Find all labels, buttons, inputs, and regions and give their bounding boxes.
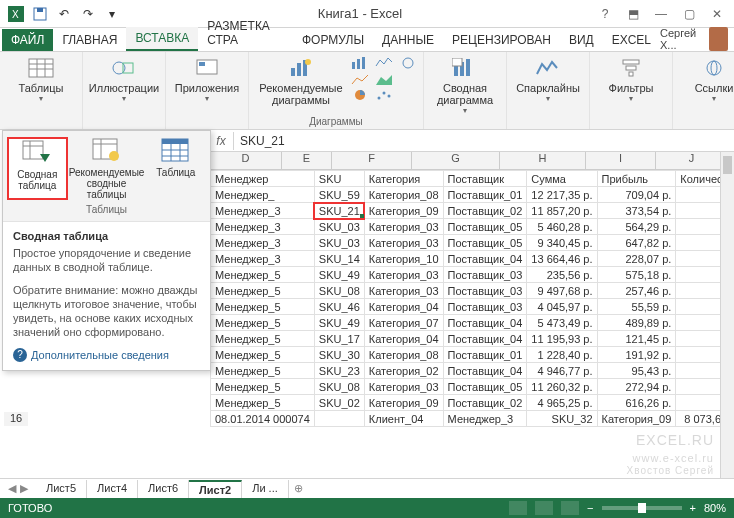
column-header[interactable]: F xyxy=(332,152,412,169)
cell[interactable]: 55,59 р. xyxy=(597,299,676,315)
tab-data[interactable]: ДАННЫЕ xyxy=(373,29,443,51)
cell[interactable]: 12 217,35 р. xyxy=(527,187,597,203)
cell[interactable]: Категория_08 xyxy=(364,187,443,203)
cell[interactable]: SKU_59 xyxy=(314,187,364,203)
maximize-icon[interactable]: ▢ xyxy=(676,4,702,24)
column-header[interactable]: G xyxy=(412,152,500,169)
cell[interactable]: 564,29 р. xyxy=(597,219,676,235)
cell[interactable]: 9 340,45 р. xyxy=(527,235,597,251)
cell[interactable]: Категория_10 xyxy=(364,251,443,267)
cell[interactable]: 709,04 р. xyxy=(597,187,676,203)
cell[interactable]: SKU_03 xyxy=(314,219,364,235)
cell[interactable]: 272,94 р. xyxy=(597,379,676,395)
cell[interactable]: 647,82 р. xyxy=(597,235,676,251)
redo-icon[interactable]: ↷ xyxy=(78,4,98,24)
table-header-cell[interactable]: Прибыль xyxy=(597,171,676,187)
sheet-nav-next-icon[interactable]: ▶ xyxy=(20,482,28,495)
cell[interactable]: Менеджер_5 xyxy=(211,283,315,299)
cell[interactable]: Поставщик_04 xyxy=(443,331,527,347)
cell[interactable]: SKU_21 xyxy=(314,203,364,219)
sheet-tab[interactable]: Лист4 xyxy=(87,480,138,498)
tab-file[interactable]: ФАЙЛ xyxy=(2,29,53,51)
zoom-out-icon[interactable]: − xyxy=(587,502,593,514)
zoom-slider[interactable] xyxy=(602,506,682,510)
cell[interactable]: 228,07 р. xyxy=(597,251,676,267)
column-header[interactable]: D xyxy=(210,152,282,169)
tables-button[interactable]: Таблицы ▾ xyxy=(6,56,76,103)
tab-excel[interactable]: EXCEL xyxy=(603,29,660,51)
recommended-charts-button[interactable]: Рекомендуемые диаграммы xyxy=(255,56,347,106)
cell[interactable]: Поставщик_04 xyxy=(443,363,527,379)
sheet-tab[interactable]: Лист5 xyxy=(36,480,87,498)
view-page-layout-icon[interactable] xyxy=(535,501,553,515)
cell[interactable]: SKU_17 xyxy=(314,331,364,347)
sparklines-button[interactable]: Спарклайны ▾ xyxy=(513,56,583,103)
cell[interactable]: Клиент_04 xyxy=(364,411,443,427)
cell[interactable]: 4 045,97 р. xyxy=(527,299,597,315)
vertical-scrollbar[interactable] xyxy=(720,152,734,478)
view-normal-icon[interactable] xyxy=(509,501,527,515)
pivot-chart-button[interactable]: Сводная диаграмма ▾ xyxy=(430,56,500,115)
cell[interactable]: Категория_09 xyxy=(364,203,443,219)
cell[interactable]: SKU_23 xyxy=(314,363,364,379)
cell[interactable]: SKU_46 xyxy=(314,299,364,315)
cell[interactable]: Менеджер_5 xyxy=(211,299,315,315)
bar-chart-icon[interactable] xyxy=(351,56,369,70)
cell[interactable]: Менеджер_5 xyxy=(211,379,315,395)
cell[interactable]: 4 946,77 р. xyxy=(527,363,597,379)
cell[interactable]: Менеджер_3 xyxy=(211,219,315,235)
links-button[interactable]: Ссылки ▾ xyxy=(679,56,734,103)
column-header[interactable]: H xyxy=(500,152,586,169)
cell[interactable]: Категория_02 xyxy=(364,363,443,379)
cell[interactable]: Категория_03 xyxy=(364,267,443,283)
table-header-cell[interactable]: Сумма xyxy=(527,171,597,187)
cell[interactable]: Категория_04 xyxy=(364,299,443,315)
cell[interactable]: 11 195,93 р. xyxy=(527,331,597,347)
cell[interactable]: Поставщик_02 xyxy=(443,395,527,411)
ribbon-collapse-icon[interactable]: ⬒ xyxy=(620,4,646,24)
tab-view[interactable]: ВИД xyxy=(560,29,603,51)
cell[interactable]: 121,45 р. xyxy=(597,331,676,347)
undo-icon[interactable]: ↶ xyxy=(54,4,74,24)
pie-chart-icon[interactable] xyxy=(351,88,369,102)
scrollbar-thumb[interactable] xyxy=(723,156,732,174)
cell[interactable]: Менеджер_ xyxy=(211,187,315,203)
cell[interactable]: 11 857,20 р. xyxy=(527,203,597,219)
column-header[interactable]: I xyxy=(586,152,656,169)
cell[interactable]: Поставщик_01 xyxy=(443,347,527,363)
tab-page-layout[interactable]: РАЗМЕТКА СТРА xyxy=(198,15,293,51)
table-header-cell[interactable]: Поставщик xyxy=(443,171,527,187)
column-header[interactable]: E xyxy=(282,152,332,169)
cell[interactable]: 4 965,25 р. xyxy=(527,395,597,411)
table-button[interactable]: Таблица xyxy=(146,137,206,200)
cell[interactable]: Менеджер_3 xyxy=(211,235,315,251)
cell[interactable]: 373,54 р. xyxy=(597,203,676,219)
cell[interactable]: Менеджер_5 xyxy=(211,363,315,379)
cell[interactable]: Поставщик_03 xyxy=(443,267,527,283)
cell[interactable]: 08.01.2014 000074 xyxy=(211,411,315,427)
table-header-cell[interactable]: Менеджер xyxy=(211,171,315,187)
pivot-table-button[interactable]: Сводная таблица xyxy=(7,137,68,200)
cell[interactable]: Менеджер_5 xyxy=(211,395,315,411)
help-icon[interactable]: ? xyxy=(592,4,618,24)
tab-insert[interactable]: ВСТАВКА xyxy=(126,27,198,51)
cell[interactable]: SKU_49 xyxy=(314,315,364,331)
zoom-in-icon[interactable]: + xyxy=(690,502,696,514)
cell[interactable]: 489,89 р. xyxy=(597,315,676,331)
cell[interactable]: Поставщик_04 xyxy=(443,251,527,267)
radar-chart-icon[interactable] xyxy=(399,56,417,70)
cell[interactable]: Менеджер_5 xyxy=(211,347,315,363)
cell[interactable]: Менеджер_3 xyxy=(211,203,315,219)
cell[interactable]: Поставщик_03 xyxy=(443,299,527,315)
filters-button[interactable]: Фильтры ▾ xyxy=(596,56,666,103)
cell[interactable]: Менеджер_3 xyxy=(443,411,527,427)
cell[interactable]: Поставщик_05 xyxy=(443,235,527,251)
cell[interactable]: SKU_02 xyxy=(314,395,364,411)
cell[interactable]: Поставщик_03 xyxy=(443,283,527,299)
sheet-nav-prev-icon[interactable]: ◀ xyxy=(8,482,16,495)
cell[interactable]: Менеджер_5 xyxy=(211,267,315,283)
cell[interactable]: 95,43 р. xyxy=(597,363,676,379)
view-page-break-icon[interactable] xyxy=(561,501,579,515)
cell[interactable]: 235,56 р. xyxy=(527,267,597,283)
scatter-chart-icon[interactable] xyxy=(375,88,393,102)
